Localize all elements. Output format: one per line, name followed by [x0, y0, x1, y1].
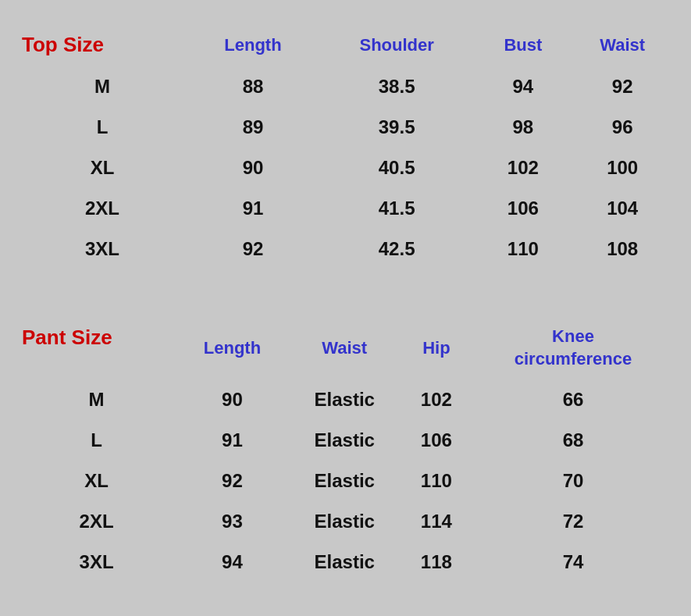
- top-length-header: Length: [189, 23, 317, 66]
- bust-cell: 110: [476, 229, 569, 269]
- length-cell: 93: [177, 501, 287, 542]
- shoulder-cell: 40.5: [317, 148, 476, 188]
- size-cell: 3XL: [16, 542, 177, 582]
- pant-length-header: Length: [177, 316, 287, 379]
- pant-knee-header: Kneecircumference: [471, 316, 675, 379]
- table-row: M 90 Elastic 102 66: [16, 379, 675, 420]
- waist-cell: 108: [569, 229, 675, 269]
- size-cell: M: [16, 66, 189, 107]
- shoulder-cell: 41.5: [317, 188, 476, 229]
- size-cell: 2XL: [16, 188, 189, 229]
- table-row: 2XL 91 41.5 106 104: [16, 188, 675, 229]
- length-cell: 90: [189, 148, 317, 188]
- pant-hip-header: Hip: [402, 316, 471, 379]
- hip-cell: 118: [402, 542, 471, 582]
- waist-elastic-cell: Elastic: [287, 542, 402, 582]
- top-waist-header: Waist: [569, 23, 675, 66]
- top-size-label: Top Size: [16, 23, 189, 66]
- top-shoulder-header: Shoulder: [317, 23, 476, 66]
- waist-cell: 96: [569, 107, 675, 148]
- bust-cell: 98: [476, 107, 569, 148]
- pant-waist-header: Waist: [287, 316, 402, 379]
- table-row: M 88 38.5 94 92: [16, 66, 675, 107]
- pant-size-table: Pant Size Length Waist Hip Kneecircumfer…: [16, 316, 675, 582]
- waist-elastic-cell: Elastic: [287, 461, 402, 501]
- size-cell: XL: [16, 461, 177, 501]
- bust-cell: 102: [476, 148, 569, 188]
- size-cell: XL: [16, 148, 189, 188]
- hip-cell: 106: [402, 420, 471, 461]
- waist-cell: 104: [569, 188, 675, 229]
- knee-cell: 72: [471, 501, 675, 542]
- pant-size-label: Pant Size: [16, 316, 177, 379]
- length-cell: 90: [177, 379, 287, 420]
- bust-cell: 106: [476, 188, 569, 229]
- shoulder-cell: 38.5: [317, 66, 476, 107]
- size-cell: 2XL: [16, 501, 177, 542]
- length-cell: 89: [189, 107, 317, 148]
- table-row: L 91 Elastic 106 68: [16, 420, 675, 461]
- waist-cell: 92: [569, 66, 675, 107]
- waist-elastic-cell: Elastic: [287, 501, 402, 542]
- waist-elastic-cell: Elastic: [287, 420, 402, 461]
- bust-cell: 94: [476, 66, 569, 107]
- shoulder-cell: 39.5: [317, 107, 476, 148]
- size-cell: M: [16, 379, 177, 420]
- pant-size-section: Pant Size Length Waist Hip Kneecircumfer…: [16, 316, 675, 582]
- knee-cell: 74: [471, 542, 675, 582]
- size-cell: L: [16, 420, 177, 461]
- size-cell: L: [16, 107, 189, 148]
- length-cell: 91: [177, 420, 287, 461]
- hip-cell: 102: [402, 379, 471, 420]
- size-cell: 3XL: [16, 229, 189, 269]
- shoulder-cell: 42.5: [317, 229, 476, 269]
- table-row: XL 92 Elastic 110 70: [16, 461, 675, 501]
- waist-elastic-cell: Elastic: [287, 379, 402, 420]
- length-cell: 88: [189, 66, 317, 107]
- hip-cell: 110: [402, 461, 471, 501]
- hip-cell: 114: [402, 501, 471, 542]
- top-size-section: Top Size Length Shoulder Bust Waist M 88…: [16, 23, 675, 269]
- top-size-table: Top Size Length Shoulder Bust Waist M 88…: [16, 23, 675, 269]
- waist-cell: 100: [569, 148, 675, 188]
- table-row: XL 90 40.5 102 100: [16, 148, 675, 188]
- length-cell: 92: [189, 229, 317, 269]
- top-bust-header: Bust: [476, 23, 569, 66]
- length-cell: 94: [177, 542, 287, 582]
- knee-cell: 70: [471, 461, 675, 501]
- length-cell: 92: [177, 461, 287, 501]
- knee-cell: 66: [471, 379, 675, 420]
- table-row: 2XL 93 Elastic 114 72: [16, 501, 675, 542]
- length-cell: 91: [189, 188, 317, 229]
- table-row: L 89 39.5 98 96: [16, 107, 675, 148]
- knee-cell: 68: [471, 420, 675, 461]
- table-row: 3XL 94 Elastic 118 74: [16, 542, 675, 582]
- table-row: 3XL 92 42.5 110 108: [16, 229, 675, 269]
- section-divider: [16, 293, 675, 316]
